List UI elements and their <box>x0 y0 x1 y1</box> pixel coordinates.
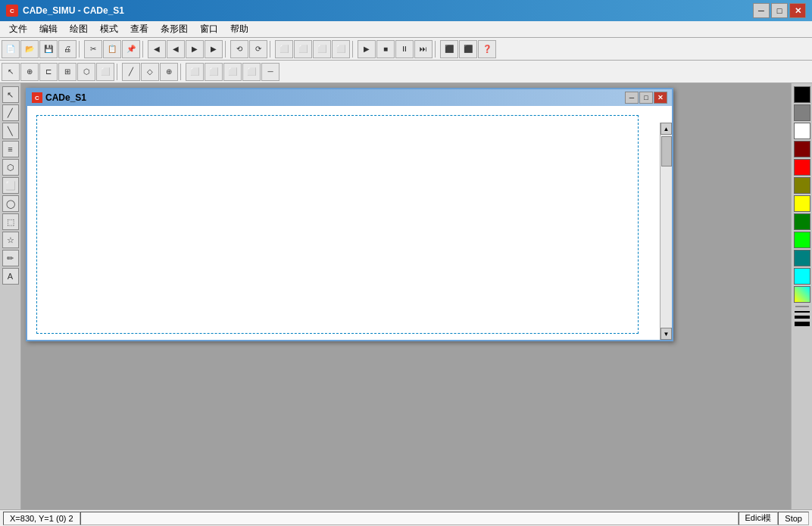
main-area: ↖╱╲≡⬡⬜◯⬚☆✏A C CADe_S1 ─ □ ✕ ▲ <box>0 83 812 509</box>
toolbar-btn-print[interactable]: 🖨 <box>58 40 77 58</box>
color-swatch-green[interactable] <box>794 213 810 230</box>
left-tool-text[interactable]: A <box>2 268 19 285</box>
color-swatch-gray[interactable] <box>794 104 810 121</box>
scroll-thumb[interactable] <box>661 136 672 167</box>
toolbar-btn-redo[interactable]: ⟳ <box>249 40 267 58</box>
toolbar2: ↖⊕⊏⊞⬡⬜╱◇⊕⬜⬜⬜⬜─ <box>0 61 812 83</box>
toolbar-separator <box>180 64 183 80</box>
toolbar-btn-next[interactable]: ⏭ <box>414 40 433 58</box>
toolbar-btn-multi[interactable]: ⊞ <box>58 63 77 81</box>
color-line-separator <box>795 306 809 307</box>
left-tool-multi-line[interactable]: ≡ <box>2 141 19 157</box>
inner-minimize-button[interactable]: ─ <box>625 92 639 104</box>
menu-item-绘图[interactable]: 绘图 <box>64 21 94 37</box>
toolbar-btn-save[interactable]: 💾 <box>39 40 58 58</box>
toolbar-btn-t3[interactable]: ⬜ <box>313 40 331 58</box>
toolbar-btn-open[interactable]: 📂 <box>20 40 39 58</box>
left-tool-select[interactable]: ↖ <box>2 86 19 103</box>
left-tool-polygon[interactable]: ⬡ <box>2 159 19 176</box>
left-tool-circle[interactable]: ◯ <box>2 195 19 212</box>
toolbar-btn-rect[interactable]: ⬜ <box>96 63 114 81</box>
menu-item-编辑[interactable]: 编辑 <box>33 21 64 37</box>
toolbar-btn-arrow[interactable]: ↖ <box>2 63 20 81</box>
drawing-area[interactable] <box>27 106 660 340</box>
line-swatch-line-thin[interactable] <box>795 311 810 313</box>
toolbar-btn-back1[interactable]: ◀ <box>148 40 166 58</box>
right-color-panel <box>791 83 812 509</box>
left-tool-line[interactable]: ╱ <box>2 104 19 121</box>
scroll-down-arrow[interactable]: ▼ <box>661 328 672 340</box>
toolbar-btn-fwd2[interactable]: ▶ <box>205 40 223 58</box>
toolbar-btn-box2[interactable]: ⬛ <box>459 40 477 58</box>
toolbar-btn-help[interactable]: ❓ <box>478 40 496 58</box>
menu-item-窗口[interactable]: 窗口 <box>194 21 224 37</box>
color-swatch-yellow[interactable] <box>794 195 810 212</box>
color-swatch-red[interactable] <box>794 159 810 176</box>
inner-window-icon: C <box>32 92 42 103</box>
toolbar-btn-line1[interactable]: ╱ <box>122 63 140 81</box>
toolbar-btn-t4[interactable]: ⬜ <box>332 40 350 58</box>
inner-maximize-button[interactable]: □ <box>639 92 653 104</box>
toolbar-btn-b1[interactable]: ⬜ <box>186 63 204 81</box>
toolbar-btn-poly[interactable]: ⬡ <box>77 63 95 81</box>
toolbar-btn-pause[interactable]: ⏸ <box>395 40 414 58</box>
title-bar: C CADe_SIMU - CADe_S1 ─ □ ✕ <box>0 0 812 21</box>
inner-close-button[interactable]: ✕ <box>654 92 667 104</box>
maximize-button[interactable]: □ <box>771 3 788 18</box>
scroll-up-arrow[interactable]: ▲ <box>661 123 672 135</box>
toolbar-btn-diamond[interactable]: ◇ <box>141 63 159 81</box>
left-tool-star[interactable]: ☆ <box>2 232 19 248</box>
left-tool-rounded-rect[interactable]: ⬚ <box>2 213 19 230</box>
color-swatch-gradient[interactable] <box>794 286 810 303</box>
toolbar-separator <box>142 41 145 58</box>
toolbar-btn-plus[interactable]: ⊕ <box>160 63 178 81</box>
status-coords: X=830, Y=1 (0) 2 <box>3 512 80 525</box>
toolbar-btn-copy[interactable]: 📋 <box>103 40 121 58</box>
menu-bar: 文件编辑绘图模式查看条形图窗口帮助 <box>0 21 812 38</box>
toolbar-btn-new[interactable]: 📄 <box>2 40 20 58</box>
toolbar-btn-stop[interactable]: ■ <box>376 40 395 58</box>
toolbar-btn-back2[interactable]: ◀ <box>167 40 185 58</box>
left-tool-rect[interactable]: ⬜ <box>2 177 19 194</box>
color-swatch-white[interactable] <box>794 123 810 139</box>
close-button[interactable]: ✕ <box>789 3 806 18</box>
toolbar1: 📄📂💾🖨✂📋📌◀◀▶▶⟲⟳⬜⬜⬜⬜▶■⏸⏭⬛⬛❓ <box>0 38 812 61</box>
menu-item-帮助[interactable]: 帮助 <box>224 21 255 37</box>
toolbar-btn-play[interactable]: ▶ <box>358 40 376 58</box>
toolbar-btn-cut[interactable]: ✂ <box>84 40 102 58</box>
app-title: CADe_SIMU - CADe_S1 <box>23 5 753 16</box>
toolbar-btn-b2[interactable]: ⬜ <box>205 63 223 81</box>
toolbar-btn-b3[interactable]: ⬜ <box>223 63 242 81</box>
color-swatch-black[interactable] <box>794 86 810 103</box>
toolbar-btn-t2[interactable]: ⬜ <box>294 40 312 58</box>
menu-item-模式[interactable]: 模式 <box>94 21 124 37</box>
toolbar-btn-fwd1[interactable]: ▶ <box>186 40 204 58</box>
menu-item-条形图[interactable]: 条形图 <box>155 21 194 37</box>
toolbar-btn-undo[interactable]: ⟲ <box>230 40 248 58</box>
menu-item-查看[interactable]: 查看 <box>124 21 155 37</box>
toolbar-btn-box1[interactable]: ⬛ <box>440 40 458 58</box>
toolbar-btn-hline[interactable]: ─ <box>261 63 280 81</box>
color-swatch-lime[interactable] <box>794 232 810 248</box>
inner-window-title-bar: C CADe_S1 ─ □ ✕ <box>27 89 672 106</box>
menu-item-文件[interactable]: 文件 <box>3 21 33 37</box>
vertical-scrollbar[interactable]: ▲ ▼ <box>660 123 672 340</box>
color-swatch-dark-red[interactable] <box>794 141 810 157</box>
toolbar-btn-b4[interactable]: ⬜ <box>242 63 261 81</box>
line-swatch-line-thick[interactable] <box>795 322 810 326</box>
line-swatch-line-medium[interactable] <box>795 316 810 319</box>
drawing-frame <box>36 115 639 334</box>
status-mid <box>80 512 739 525</box>
toolbar-btn-sel[interactable]: ⊏ <box>39 63 58 81</box>
left-tool-pencil[interactable]: ✏ <box>2 250 19 266</box>
color-swatch-olive[interactable] <box>794 177 810 194</box>
canvas-container: C CADe_S1 ─ □ ✕ ▲ ▼ <box>21 83 791 509</box>
left-tool-diag[interactable]: ╲ <box>2 123 19 139</box>
toolbar-btn-t1[interactable]: ⬜ <box>275 40 293 58</box>
toolbar-btn-cross[interactable]: ⊕ <box>20 63 39 81</box>
toolbar-separator <box>435 41 438 58</box>
color-swatch-cyan[interactable] <box>794 268 810 285</box>
toolbar-btn-paste[interactable]: 📌 <box>122 40 140 58</box>
color-swatch-teal[interactable] <box>794 250 810 266</box>
minimize-button[interactable]: ─ <box>753 3 770 18</box>
